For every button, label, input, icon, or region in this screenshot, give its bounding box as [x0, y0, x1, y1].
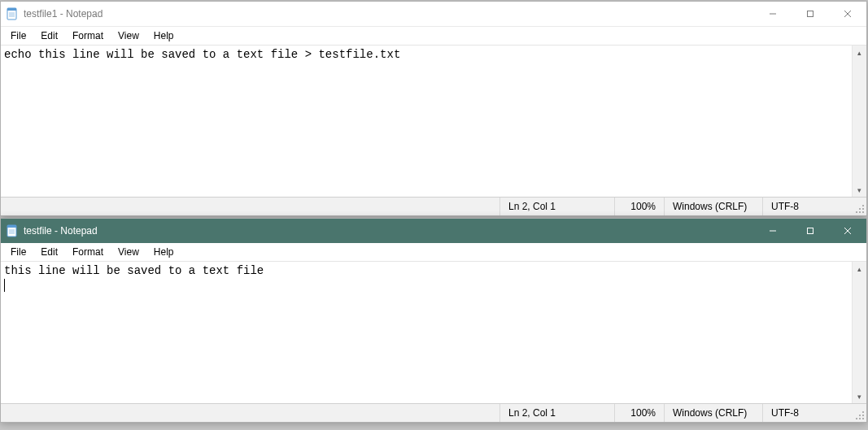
- svg-rect-21: [808, 228, 813, 234]
- status-encoding: UTF-8: [763, 198, 853, 215]
- menubar: File Edit Format View Help: [1, 243, 866, 262]
- title-left: testfile1 - Notepad: [6, 7, 103, 20]
- menu-help[interactable]: Help: [147, 28, 181, 43]
- menu-edit[interactable]: Edit: [34, 28, 64, 43]
- vertical-scrollbar[interactable]: ▴ ▾: [852, 262, 866, 403]
- svg-point-27: [862, 418, 864, 419]
- resize-grip[interactable]: [853, 404, 866, 422]
- status-position: Ln 2, Col 1: [500, 404, 615, 422]
- minimize-icon: [769, 10, 777, 18]
- svg-point-11: [859, 208, 861, 210]
- editor-area: this line will be saved to a text file ▴…: [1, 262, 866, 403]
- svg-point-28: [859, 418, 861, 419]
- status-zoom: 100%: [615, 198, 665, 215]
- editor-content: echo this line will be saved to a text f…: [4, 48, 400, 61]
- maximize-button[interactable]: [792, 2, 829, 26]
- svg-point-25: [862, 415, 864, 416]
- status-line-ending: Windows (CRLF): [665, 404, 763, 422]
- resize-grip-icon: [855, 204, 865, 214]
- notepad-icon: [6, 224, 19, 237]
- text-editor[interactable]: echo this line will be saved to a text f…: [1, 46, 852, 197]
- menu-file[interactable]: File: [4, 245, 33, 259]
- close-button[interactable]: [829, 219, 866, 243]
- editor-area: echo this line will be saved to a text f…: [1, 46, 866, 197]
- svg-rect-6: [808, 11, 813, 17]
- menu-format[interactable]: Format: [66, 245, 110, 259]
- minimize-button[interactable]: [754, 2, 792, 26]
- resize-grip[interactable]: [853, 198, 866, 215]
- status-zoom: 100%: [615, 404, 665, 422]
- svg-rect-1: [7, 8, 16, 11]
- status-encoding: UTF-8: [763, 404, 853, 422]
- menu-help[interactable]: Help: [147, 245, 181, 259]
- window-controls: [754, 219, 866, 243]
- svg-rect-16: [7, 225, 16, 228]
- svg-point-24: [862, 411, 864, 413]
- svg-point-9: [862, 205, 864, 206]
- scroll-up-arrow-icon[interactable]: ▴: [853, 46, 866, 59]
- menu-edit[interactable]: Edit: [34, 245, 64, 259]
- status-position: Ln 2, Col 1: [500, 198, 615, 215]
- maximize-icon: [806, 10, 814, 18]
- status-spacer: [1, 404, 500, 422]
- resize-grip-icon: [855, 410, 865, 420]
- svg-point-12: [862, 211, 864, 213]
- window-title: testfile1 - Notepad: [24, 8, 103, 20]
- svg-point-13: [859, 211, 861, 213]
- minimize-icon: [769, 227, 777, 235]
- window-title: testfile - Notepad: [24, 225, 98, 237]
- menu-view[interactable]: View: [111, 28, 146, 43]
- scroll-down-arrow-icon[interactable]: ▾: [853, 389, 866, 403]
- desktop: testfile1 - Notepad File Edit Format Vie…: [0, 0, 868, 430]
- maximize-icon: [806, 227, 814, 235]
- svg-point-10: [862, 208, 864, 210]
- statusbar: Ln 2, Col 1 100% Windows (CRLF) UTF-8: [1, 403, 866, 422]
- status-line-ending: Windows (CRLF): [665, 198, 763, 215]
- svg-point-14: [856, 211, 857, 213]
- window-controls: [754, 2, 866, 26]
- statusbar: Ln 2, Col 1 100% Windows (CRLF) UTF-8: [1, 197, 866, 215]
- menubar: File Edit Format View Help: [1, 27, 866, 46]
- titlebar[interactable]: testfile - Notepad: [1, 219, 866, 243]
- scroll-down-arrow-icon[interactable]: ▾: [853, 183, 866, 197]
- status-spacer: [1, 198, 500, 215]
- menu-format[interactable]: Format: [66, 28, 110, 43]
- close-icon: [844, 227, 852, 235]
- notepad-window-1: testfile1 - Notepad File Edit Format Vie…: [0, 1, 867, 216]
- notepad-window-2: testfile - Notepad File Edit Format View…: [0, 218, 867, 423]
- text-caret: [4, 279, 5, 292]
- vertical-scrollbar[interactable]: ▴ ▾: [852, 46, 866, 197]
- titlebar[interactable]: testfile1 - Notepad: [1, 2, 866, 27]
- svg-point-26: [859, 415, 861, 416]
- maximize-button[interactable]: [792, 219, 829, 243]
- minimize-button[interactable]: [754, 219, 792, 243]
- text-editor[interactable]: this line will be saved to a text file: [1, 262, 852, 403]
- notepad-icon: [6, 7, 19, 20]
- title-left: testfile - Notepad: [6, 224, 98, 237]
- close-icon: [844, 10, 852, 18]
- menu-view[interactable]: View: [111, 245, 146, 259]
- svg-point-29: [856, 418, 857, 419]
- scroll-up-arrow-icon[interactable]: ▴: [853, 262, 866, 276]
- close-button[interactable]: [829, 2, 866, 26]
- menu-file[interactable]: File: [4, 28, 33, 43]
- editor-content: this line will be saved to a text file: [4, 264, 264, 277]
